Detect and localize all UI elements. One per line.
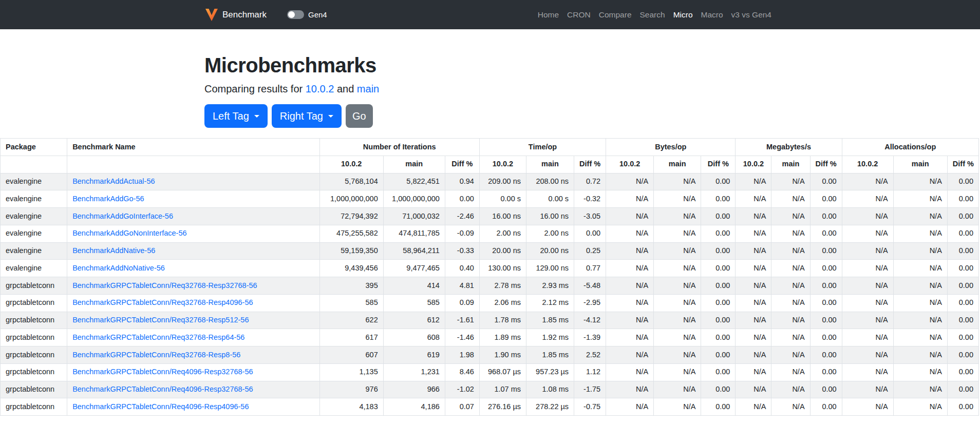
value-cell: 0.00 bbox=[574, 225, 606, 242]
benchmark-link[interactable]: BenchmarkGRPCTabletConn/Req32768-Resp8-5… bbox=[72, 351, 240, 359]
left-tag-dropdown-button[interactable]: Left Tag bbox=[204, 104, 268, 128]
value-cell: -1.46 bbox=[445, 329, 479, 346]
benchmark-link[interactable]: BenchmarkGRPCTabletConn/Req32768-Resp512… bbox=[72, 316, 249, 324]
value-cell: N/A bbox=[771, 260, 810, 277]
group-header-time-op: Time/op bbox=[479, 139, 606, 156]
value-cell: N/A bbox=[893, 398, 947, 416]
nav-link-compare[interactable]: Compare bbox=[595, 10, 636, 20]
value-cell: N/A bbox=[842, 398, 893, 416]
value-cell: 1,000,000,000 bbox=[319, 190, 383, 208]
value-cell: 0.00 s bbox=[479, 190, 526, 208]
value-cell: N/A bbox=[893, 329, 947, 346]
right-tag-dropdown-button[interactable]: Right Tag bbox=[272, 104, 342, 128]
value-cell: 8.46 bbox=[445, 363, 479, 381]
value-cell: 0.00 bbox=[445, 190, 479, 208]
benchmark-link[interactable]: BenchmarkAddGoNonInterface-56 bbox=[72, 229, 186, 237]
table-row: grpctabletconnBenchmarkGRPCTabletConn/Re… bbox=[1, 277, 979, 295]
package-cell: grpctabletconn bbox=[1, 277, 67, 295]
benchmark-cell: BenchmarkGRPCTabletConn/Req32768-Resp512… bbox=[67, 312, 319, 329]
value-cell: 16.00 ns bbox=[526, 208, 574, 225]
gen4-toggle[interactable] bbox=[287, 10, 304, 19]
subcol-header-megabytes-s-10-0-2: 10.0.2 bbox=[736, 156, 771, 173]
v-logo-icon bbox=[204, 8, 219, 22]
value-cell: 0.72 bbox=[574, 173, 606, 190]
nav-link-cron[interactable]: CRON bbox=[563, 10, 595, 20]
value-cell: -1.39 bbox=[574, 329, 606, 346]
subcol-header-bytes-op-diff: Diff % bbox=[701, 156, 736, 173]
value-cell: N/A bbox=[736, 190, 771, 208]
benchmark-link[interactable]: BenchmarkAddGo-56 bbox=[72, 195, 144, 203]
value-cell: N/A bbox=[654, 363, 701, 381]
value-cell: 395 bbox=[319, 277, 383, 295]
value-cell: N/A bbox=[736, 363, 771, 381]
nav-link-search[interactable]: Search bbox=[636, 10, 669, 20]
value-cell: -5.48 bbox=[574, 277, 606, 295]
value-cell: 0.00 bbox=[947, 329, 978, 346]
benchmark-cell: BenchmarkAddGo-56 bbox=[67, 190, 319, 208]
table-row: grpctabletconnBenchmarkGRPCTabletConn/Re… bbox=[1, 329, 979, 346]
benchmark-cell: BenchmarkAddNative-56 bbox=[67, 242, 319, 260]
nav-link-macro[interactable]: Macro bbox=[697, 10, 727, 20]
benchmark-link[interactable]: BenchmarkAddNative-56 bbox=[72, 246, 155, 255]
package-cell: grpctabletconn bbox=[1, 381, 67, 398]
value-cell: 2.93 ms bbox=[526, 277, 574, 295]
value-cell: 130.00 ns bbox=[479, 260, 526, 277]
nav-link-v3-vs-gen4[interactable]: v3 vs Gen4 bbox=[727, 10, 776, 20]
subtitle-conjunction: and bbox=[337, 83, 354, 94]
benchmark-link[interactable]: BenchmarkGRPCTabletConn/Req4096-Resp3276… bbox=[72, 385, 253, 393]
value-cell: 1.98 bbox=[445, 346, 479, 364]
value-cell: N/A bbox=[736, 173, 771, 190]
value-cell: 617 bbox=[319, 329, 383, 346]
package-cell: evalengine bbox=[1, 242, 67, 260]
value-cell: N/A bbox=[842, 363, 893, 381]
subcol-header-bytes-op-main: main bbox=[654, 156, 701, 173]
value-cell: -2.95 bbox=[574, 294, 606, 312]
package-cell: grpctabletconn bbox=[1, 329, 67, 346]
right-tag-link[interactable]: main bbox=[357, 83, 379, 94]
benchmark-link[interactable]: BenchmarkAddNoNative-56 bbox=[72, 264, 165, 272]
table-row: evalengineBenchmarkAddGoInterface-5672,7… bbox=[1, 208, 979, 225]
navbar-container: Benchmark Gen4 HomeCRONCompareSearchMicr… bbox=[204, 0, 776, 29]
nav-link-home[interactable]: Home bbox=[534, 10, 563, 20]
benchmark-link[interactable]: BenchmarkGRPCTabletConn/Req4096-Resp3276… bbox=[72, 368, 253, 376]
page-title: Microbenchmarks bbox=[204, 53, 776, 78]
subcol-header-number-of-iterations-10-0-2: 10.0.2 bbox=[319, 156, 383, 173]
value-cell: -0.32 bbox=[574, 190, 606, 208]
benchmark-link[interactable]: BenchmarkGRPCTabletConn/Req32768-Resp327… bbox=[72, 281, 257, 290]
table-row: grpctabletconnBenchmarkGRPCTabletConn/Re… bbox=[1, 363, 979, 381]
value-cell: -1.75 bbox=[574, 381, 606, 398]
value-cell: 0.00 bbox=[810, 225, 842, 242]
subcol-header-allocations-op-diff: Diff % bbox=[947, 156, 978, 173]
value-cell: N/A bbox=[893, 346, 947, 364]
benchmark-link[interactable]: BenchmarkGRPCTabletConn/Req32768-Resp64-… bbox=[72, 333, 244, 341]
value-cell: 1.85 ms bbox=[526, 346, 574, 364]
value-cell: 0.09 bbox=[445, 294, 479, 312]
benchmark-link[interactable]: BenchmarkGRPCTabletConn/Req32768-Resp409… bbox=[72, 298, 253, 306]
package-cell: evalengine bbox=[1, 225, 67, 242]
table-row: grpctabletconnBenchmarkGRPCTabletConn/Re… bbox=[1, 294, 979, 312]
left-tag-link[interactable]: 10.0.2 bbox=[306, 83, 334, 94]
value-cell: N/A bbox=[771, 277, 810, 295]
value-cell: N/A bbox=[842, 242, 893, 260]
value-cell: N/A bbox=[771, 225, 810, 242]
value-cell: N/A bbox=[606, 260, 654, 277]
value-cell: N/A bbox=[842, 312, 893, 329]
value-cell: 0.00 bbox=[701, 329, 736, 346]
value-cell: 9,477,465 bbox=[383, 260, 445, 277]
value-cell: -3.05 bbox=[574, 208, 606, 225]
value-cell: 16.00 ns bbox=[479, 208, 526, 225]
value-cell: 0.00 bbox=[947, 363, 978, 381]
benchmark-link[interactable]: BenchmarkGRPCTabletConn/Req4096-Resp4096… bbox=[72, 402, 249, 411]
value-cell: N/A bbox=[893, 277, 947, 295]
value-cell: N/A bbox=[771, 329, 810, 346]
brand[interactable]: Benchmark bbox=[204, 8, 267, 22]
value-cell: 0.00 bbox=[701, 294, 736, 312]
value-cell: 0.00 bbox=[701, 225, 736, 242]
benchmark-link[interactable]: BenchmarkAddActual-56 bbox=[72, 177, 155, 185]
go-button[interactable]: Go bbox=[346, 104, 373, 128]
benchmark-table: Package Benchmark Name Number of Iterati… bbox=[0, 138, 979, 416]
benchmark-link[interactable]: BenchmarkAddGoInterface-56 bbox=[72, 212, 173, 220]
nav-link-micro[interactable]: Micro bbox=[669, 10, 697, 20]
value-cell: 1.07 ms bbox=[479, 381, 526, 398]
value-cell: -0.09 bbox=[445, 225, 479, 242]
